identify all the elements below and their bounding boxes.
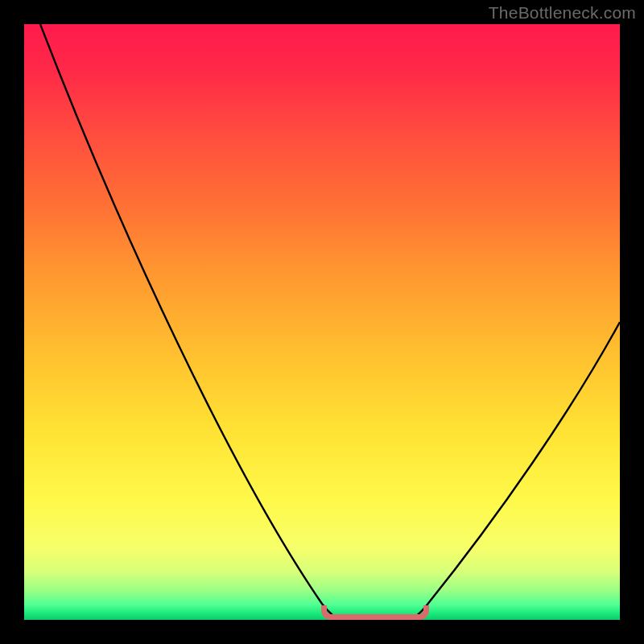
plot-area: [24, 24, 620, 620]
curve-path: [40, 24, 620, 620]
bottleneck-curve: [24, 24, 620, 620]
optimal-range-marker: [321, 605, 429, 620]
chart-frame: TheBottleneck.com: [0, 0, 644, 644]
watermark-text: TheBottleneck.com: [489, 3, 636, 23]
